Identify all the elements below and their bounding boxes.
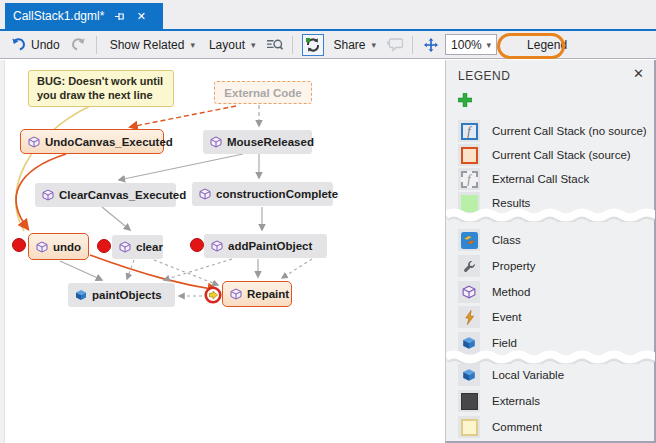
redo-icon[interactable]: [70, 36, 87, 53]
legend-item-label: Field: [492, 337, 517, 349]
tab-callstack1[interactable]: CallStack1.dgml* ✕: [5, 3, 163, 29]
legend-button[interactable]: Legend: [517, 35, 577, 55]
node-label: Repaint: [247, 288, 289, 300]
legend-item-method[interactable]: Method: [458, 281, 530, 303]
graph-node-clear[interactable]: clear: [112, 235, 163, 259]
legend-item-local-variable[interactable]: Local Variable: [458, 364, 564, 386]
toolbar-separator: [292, 36, 293, 54]
current-call-stack-no-source-icon: f: [458, 120, 480, 142]
toolbar: Undo Show Related ▾ Layout ▾: [0, 31, 656, 59]
legend-item-label: Comment: [492, 421, 542, 433]
legend-item-external-call-stack[interactable]: f External Call Stack: [458, 168, 589, 190]
field-icon: [75, 289, 87, 301]
vs-dgml-window: CallStack1.dgml* ✕ Undo Show Related ▾ L…: [0, 0, 656, 443]
current-statement-icon: [204, 286, 222, 304]
undo-button[interactable]: Undo: [6, 34, 64, 55]
node-label: paintObjects: [92, 289, 162, 301]
torn-edge-divider: [446, 208, 655, 222]
node-label: clear: [136, 241, 163, 253]
graph-node-paintobjects[interactable]: paintObjects: [68, 283, 175, 307]
legend-button-label: Legend: [527, 38, 567, 52]
close-icon[interactable]: ✕: [633, 66, 644, 81]
externals-icon: [458, 390, 480, 412]
method-icon: [230, 288, 242, 300]
legend-panel: LEGEND ✕ f Current Call Stack (no source…: [445, 60, 656, 443]
class-icon: [458, 229, 480, 251]
canvas-gutter: [0, 60, 5, 443]
current-call-stack-source-icon: [458, 144, 480, 166]
comment-icon: [458, 416, 480, 438]
legend-item-label: Method: [492, 286, 530, 298]
graph-node-undo[interactable]: undo: [28, 233, 89, 260]
legend-item-label: Local Variable: [492, 369, 564, 381]
graph-node-external-code[interactable]: External Code: [214, 81, 312, 104]
zoom-value: 100%: [451, 38, 482, 52]
node-label: MouseReleased: [227, 136, 314, 148]
graph-node-constructioncomplete[interactable]: constructionComplete: [192, 182, 333, 206]
legend-item-label: Event: [492, 311, 521, 323]
legend-item-label: External Call Stack: [492, 173, 589, 185]
legend-item-label: Current Call Stack (no source): [492, 125, 647, 137]
method-icon: [119, 241, 131, 253]
legend-title: LEGEND: [458, 69, 510, 83]
graph-node-repaint[interactable]: Repaint: [222, 281, 292, 307]
close-icon[interactable]: ✕: [134, 9, 148, 23]
graph-node-clearcanvas-executed[interactable]: ClearCanvas_Executed: [35, 183, 176, 207]
toolbar-separator: [412, 36, 413, 54]
node-label: addPaintObject: [228, 240, 312, 252]
external-call-stack-icon: f: [458, 168, 480, 190]
toolbar-separator: [96, 36, 97, 54]
graph-node-mousereleased[interactable]: MouseReleased: [203, 130, 312, 154]
add-legend-item-button[interactable]: [456, 91, 474, 109]
torn-edge-divider: [446, 350, 655, 364]
zoom-dropdown[interactable]: 100% ▾: [445, 34, 497, 55]
node-label: undo: [53, 241, 81, 253]
chevron-down-icon: ▾: [487, 40, 492, 50]
layout-button[interactable]: Layout ▾: [205, 36, 260, 54]
tab-bar: CallStack1.dgml* ✕: [0, 0, 656, 29]
pan-icon[interactable]: [422, 36, 439, 53]
legend-item-label: Class: [492, 234, 521, 246]
legend-item-label: Externals: [492, 395, 540, 407]
node-label: External Code: [224, 87, 301, 99]
breakpoint-icon[interactable]: [97, 239, 111, 253]
method-icon: [210, 136, 222, 148]
graph-node-undocanvas-executed[interactable]: UndoCanvas_Executed: [20, 129, 164, 154]
node-label: constructionComplete: [216, 188, 338, 200]
bug-comment-note[interactable]: BUG: Doesn't work until you draw the nex…: [28, 70, 174, 107]
legend-item-class[interactable]: Class: [458, 229, 521, 251]
chevron-down-icon: ▾: [251, 40, 256, 50]
comment-line2: you draw the next line: [37, 88, 165, 102]
legend-item-current-call-stack-no-source[interactable]: f Current Call Stack (no source): [458, 120, 647, 142]
chevron-down-icon: ▾: [190, 40, 195, 50]
legend-item-property[interactable]: Property: [458, 255, 535, 277]
local-variable-icon: [458, 364, 480, 386]
chevron-down-icon: ▾: [372, 40, 377, 50]
pin-icon[interactable]: [112, 9, 126, 23]
undo-label: Undo: [31, 38, 60, 52]
tab-title: CallStack1.dgml*: [13, 9, 104, 23]
method-icon: [211, 240, 223, 252]
legend-item-externals[interactable]: Externals: [458, 390, 540, 412]
new-comment-icon[interactable]: [386, 36, 403, 53]
auto-layout-toggle[interactable]: [302, 34, 324, 56]
breakpoint-icon[interactable]: [190, 238, 204, 252]
breakpoint-icon[interactable]: [12, 238, 26, 252]
legend-item-event[interactable]: Event: [458, 306, 521, 328]
comment-line1: BUG: Doesn't work until: [37, 74, 165, 88]
method-icon: [28, 136, 40, 148]
legend-item-label: Property: [492, 260, 535, 272]
show-related-button[interactable]: Show Related ▾: [106, 36, 199, 54]
legend-item-current-call-stack-source[interactable]: Current Call Stack (source): [458, 144, 631, 166]
neighborhood-browse-icon[interactable]: [266, 36, 283, 53]
legend-item-comment[interactable]: Comment: [458, 416, 542, 438]
legend-item-label: Current Call Stack (source): [492, 149, 631, 161]
undo-icon: [10, 36, 27, 53]
event-icon: [458, 306, 480, 328]
graph-node-addpaintobject[interactable]: addPaintObject: [204, 234, 327, 258]
share-button[interactable]: Share ▾: [330, 36, 381, 54]
show-related-label: Show Related: [110, 38, 185, 52]
share-label: Share: [334, 38, 366, 52]
method-icon: [199, 188, 211, 200]
node-label: ClearCanvas_Executed: [59, 189, 186, 201]
